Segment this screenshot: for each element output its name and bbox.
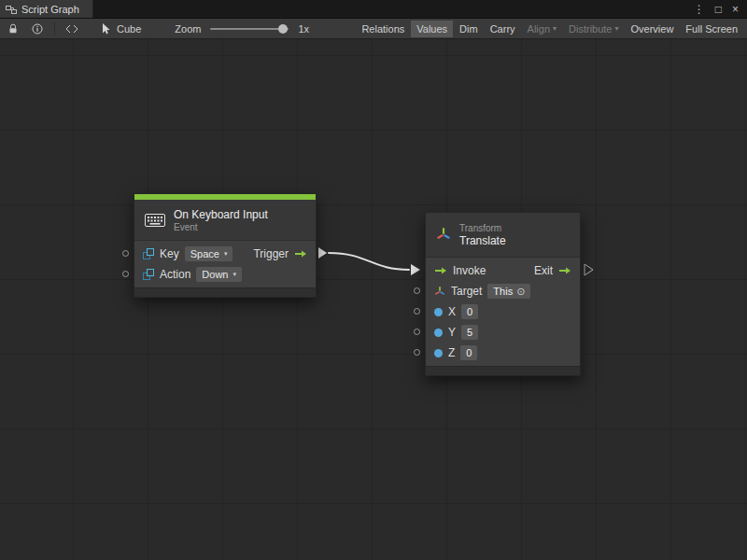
relations-label: Relations (361, 23, 404, 35)
target-input-port[interactable] (414, 287, 420, 294)
x-label: X (448, 305, 456, 318)
chevron-down-icon: ▾ (224, 250, 228, 258)
node-translate[interactable]: Transform Translate Invoke Exit (425, 212, 581, 376)
node-title: On Keyboard Input (174, 208, 268, 221)
code-icon[interactable] (63, 21, 81, 37)
z-label: Z (448, 346, 455, 359)
zoom-slider-knob[interactable] (278, 24, 288, 34)
cursor-icon (102, 23, 111, 35)
y-value: 5 (467, 326, 472, 339)
key-row: Key Space ▾ Trigger (134, 244, 316, 264)
invoke-row: Invoke Exit (426, 260, 580, 281)
keyboard-node-titles: On Keyboard Input Event (174, 208, 268, 232)
exit-label: Exit (534, 264, 553, 277)
exit-output-stub[interactable] (585, 264, 593, 275)
titlebar: Script Graph ⋮ □ × (0, 0, 747, 19)
align-label: Align (528, 23, 550, 35)
window-controls: ⋮ □ × (694, 0, 747, 18)
zoom-slider-track (210, 28, 289, 30)
z-value-field[interactable]: 0 (460, 345, 477, 360)
translate-node-footer (426, 366, 580, 375)
graph-target-label: Cube (117, 23, 141, 35)
translate-node-titles: Transform Translate (459, 223, 506, 247)
x-row: X 0 (426, 301, 580, 322)
values-label: Values (416, 23, 447, 35)
graph-canvas[interactable]: On Keyboard Input Event Key Space ▾ Trig… (0, 39, 747, 560)
x-input-port[interactable] (414, 308, 420, 315)
key-dropdown-value: Space (190, 248, 219, 259)
action-dropdown[interactable]: Down ▾ (196, 267, 242, 282)
graph-target[interactable]: Cube (102, 23, 141, 35)
x-value-field[interactable]: 0 (461, 304, 478, 319)
y-label: Y (448, 326, 456, 339)
z-input-port[interactable] (414, 349, 420, 356)
float-type-icon (434, 349, 443, 357)
chevron-down-icon: ▾ (553, 25, 557, 33)
maximize-icon[interactable]: □ (715, 4, 722, 15)
node-category: Transform (459, 223, 506, 233)
key-dropdown[interactable]: Space ▾ (185, 246, 233, 261)
node-on-keyboard-input[interactable]: On Keyboard Input Event Key Space ▾ Trig… (134, 193, 317, 298)
object-picker-icon[interactable]: ⊙ (516, 285, 525, 298)
toolbar-divider (54, 22, 55, 35)
action-row: Action Down ▾ (134, 264, 316, 285)
exit-output-port[interactable] (558, 266, 571, 275)
key-label: Key (160, 247, 179, 260)
overview-button[interactable]: Overview (626, 21, 680, 37)
node-title: Translate (459, 234, 506, 247)
zoom-label: Zoom (175, 23, 201, 35)
menu-icon[interactable]: ⋮ (694, 4, 705, 15)
zoom-slider[interactable] (210, 21, 289, 37)
y-row: Y 5 (426, 322, 580, 343)
invoke-arrowhead (411, 264, 420, 275)
action-input-port[interactable] (122, 271, 129, 277)
keyboard-node-body: Key Space ▾ Trigger (134, 241, 316, 287)
unity-script-graph-window: Script Graph ⋮ □ × (0, 0, 747, 560)
trigger-label: Trigger (253, 247, 289, 260)
trigger-output-stub[interactable] (318, 247, 327, 259)
float-type-icon (434, 329, 443, 337)
invoke-label: Invoke (453, 264, 486, 277)
lock-icon[interactable] (4, 21, 22, 37)
wire-trigger-to-invoke[interactable] (329, 253, 409, 270)
keyboard-node-footer (134, 287, 316, 297)
keyboard-node-header: On Keyboard Input Event (134, 200, 316, 241)
target-row: Target This ⊙ (426, 281, 580, 301)
target-label: Target (451, 285, 482, 298)
translate-node-body: Invoke Exit (426, 258, 580, 366)
carry-button[interactable]: Carry (485, 21, 521, 37)
key-input-port[interactable] (122, 250, 129, 257)
fullscreen-label: Full Screen (685, 23, 738, 35)
carry-label: Carry (490, 23, 515, 35)
chevron-down-icon: ▾ (615, 25, 619, 33)
trigger-output-port[interactable] (294, 249, 307, 259)
action-dropdown-value: Down (202, 269, 228, 280)
action-label: Action (160, 268, 190, 281)
fullscreen-button[interactable]: Full Screen (680, 21, 743, 37)
invoke-input-port[interactable] (434, 266, 447, 275)
distribute-button[interactable]: Distribute ▾ (563, 21, 624, 37)
target-value: This (493, 285, 513, 298)
close-icon[interactable]: × (732, 4, 739, 15)
distribute-label: Distribute (569, 23, 612, 35)
relations-button[interactable]: Relations (356, 21, 410, 37)
value-type-icon (143, 269, 154, 280)
float-type-icon (434, 308, 443, 316)
tab-script-graph[interactable]: Script Graph (0, 0, 93, 18)
values-button[interactable]: Values (411, 21, 453, 37)
align-button[interactable]: Align ▾ (522, 21, 562, 37)
toolbar-button-group: Relations Values Dim Carry Align ▾ Distr… (356, 21, 743, 37)
value-type-icon (143, 248, 154, 259)
connection-wire (0, 39, 747, 560)
y-value-field[interactable]: 5 (461, 325, 478, 340)
z-value: 0 (466, 346, 472, 359)
translate-node-header: Transform Translate (426, 213, 580, 258)
axis-type-icon (434, 286, 445, 298)
z-row: Z 0 (426, 343, 580, 363)
y-input-port[interactable] (414, 329, 420, 335)
target-field[interactable]: This ⊙ (487, 284, 530, 299)
keyboard-icon (145, 214, 165, 227)
info-icon[interactable] (28, 21, 47, 37)
dim-button[interactable]: Dim (454, 21, 484, 37)
overview-label: Overview (631, 23, 674, 35)
